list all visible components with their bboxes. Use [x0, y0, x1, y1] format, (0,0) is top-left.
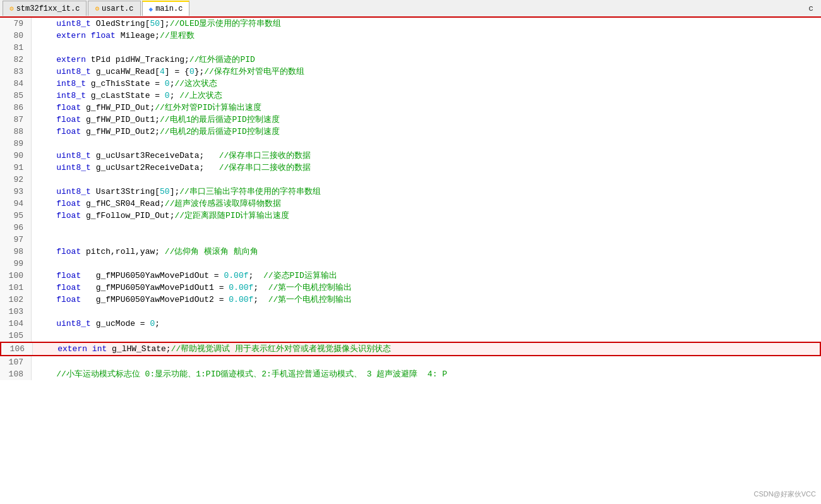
code-line: 101 float g_fMPU6050YawMovePidOut1 = 0.0…	[0, 282, 821, 294]
line-content: uint8_t g_ucUsart2ReceiveData; //保存串口二接收…	[32, 162, 821, 174]
line-number: 80	[0, 30, 32, 42]
line-number: 101	[0, 282, 32, 294]
code-line: 91 uint8_t g_ucUsart2ReceiveData; //保存串口…	[0, 162, 821, 174]
code-line: 98 float pitch,roll,yaw; //俧仰角 横滚角 航向角	[0, 246, 821, 258]
code-line: 95 float g_fFollow_PID_Out;//定距离跟随PID计算输…	[0, 210, 821, 222]
code-line: 100 float g_fMPU6050YawMovePidOut = 0.00…	[0, 270, 821, 282]
code-line: 92	[0, 174, 821, 186]
line-content	[32, 356, 821, 368]
line-content: int8_t g_cThisState = 0;//这次状态	[32, 78, 821, 90]
line-content: float g_fMPU6050YawMovePidOut1 = 0.00f; …	[32, 282, 821, 294]
line-content: float g_fHW_PID_Out;//红外对管PID计算输出速度	[32, 102, 821, 114]
tab-label-main: main.c	[155, 4, 183, 13]
code-line: 108 //小车运动模式标志位 0:显示功能、1:PID循迹模式、2:手机遥控普…	[0, 368, 821, 380]
line-number: 98	[0, 246, 32, 258]
line-number: 95	[0, 210, 32, 222]
tab-usart[interactable]: ⚙ usart.c	[88, 1, 140, 16]
line-content	[32, 138, 821, 150]
line-number: 94	[0, 198, 32, 210]
code-area: 79 uint8_t OledString[50];//OLED显示使用的字符串…	[0, 18, 821, 504]
line-content	[32, 330, 821, 342]
line-number: 85	[0, 90, 32, 102]
line-content: float pitch,roll,yaw; //俧仰角 横滚角 航向角	[32, 246, 821, 258]
line-number: 105	[0, 330, 32, 342]
line-content	[32, 42, 821, 54]
line-number: 88	[0, 126, 32, 138]
line-content: //小车运动模式标志位 0:显示功能、1:PID循迹模式、2:手机遥控普通运动模…	[32, 368, 821, 380]
code-line: 84 int8_t g_cThisState = 0;//这次状态	[0, 78, 821, 90]
line-number: 107	[0, 356, 32, 368]
line-number: 91	[0, 162, 32, 174]
tab-bar: ⚙ stm32f1xx_it.c ⚙ usart.c ◆ main.c c	[0, 0, 821, 18]
code-line: 83 uint8_t g_ucaHW_Read[4] = {0};//保存红外对…	[0, 66, 821, 78]
line-number: 108	[0, 368, 32, 380]
line-content: uint8_t g_ucaHW_Read[4] = {0};//保存红外对管电平…	[32, 66, 821, 78]
code-line: 87 float g_fHW_PID_Out1;//电机1的最后循迹PID控制速…	[0, 114, 821, 126]
tab-icon-usart: ⚙	[95, 4, 99, 13]
line-content: extern float Mileage;//里程数	[32, 30, 821, 42]
line-number: 90	[0, 150, 32, 162]
line-number: 104	[0, 318, 32, 330]
tab-icon-stm32: ⚙	[9, 4, 14, 13]
line-number: 89	[0, 138, 32, 150]
code-line: 97	[0, 234, 821, 246]
code-line: 82 extern tPid pidHW_Tracking;//红外循迹的PID	[0, 54, 821, 66]
line-content: extern int g_lHW_State;//帮助视觉调试 用于表示红外对管…	[33, 343, 820, 355]
line-number: 103	[0, 306, 32, 318]
tab-main[interactable]: ◆ main.c	[142, 1, 190, 16]
code-line: 90 uint8_t g_ucUsart3ReceiveData; //保存串口…	[0, 150, 821, 162]
line-content: float g_fFollow_PID_Out;//定距离跟随PID计算输出速度	[32, 210, 821, 222]
tab-label-stm32: stm32f1xx_it.c	[16, 4, 80, 13]
code-line: 107	[0, 356, 821, 368]
line-content: float g_fHW_PID_Out2;//电机2的最后循迹PID控制速度	[32, 126, 821, 138]
line-number: 93	[0, 186, 32, 198]
code-line: 86 float g_fHW_PID_Out;//红外对管PID计算输出速度	[0, 102, 821, 114]
code-line: 102 float g_fMPU6050YawMovePidOut2 = 0.0…	[0, 294, 821, 306]
watermark: CSDN@好家伙VCC	[753, 489, 816, 499]
line-number: 92	[0, 174, 32, 186]
code-line: 80 extern float Mileage;//里程数	[0, 30, 821, 42]
code-line: 104 uint8_t g_ucMode = 0;	[0, 318, 821, 330]
line-number: 100	[0, 270, 32, 282]
line-number: 82	[0, 54, 32, 66]
line-content	[32, 306, 821, 318]
code-line: 88 float g_fHW_PID_Out2;//电机2的最后循迹PID控制速…	[0, 126, 821, 138]
code-line: 106 extern int g_lHW_State;//帮助视觉调试 用于表示…	[0, 342, 821, 356]
line-content	[32, 234, 821, 246]
line-content: uint8_t g_ucMode = 0;	[32, 318, 821, 330]
line-content	[32, 174, 821, 186]
line-number: 106	[1, 343, 33, 355]
line-content: uint8_t OledString[50];//OLED显示使用的字符串数组	[32, 18, 821, 30]
line-number: 79	[0, 18, 32, 30]
line-content: uint8_t Usart3String[50];//串口三输出字符串使用的字符…	[32, 186, 821, 198]
code-line: 96	[0, 222, 821, 234]
line-content: float g_fMPU6050YawMovePidOut2 = 0.00f; …	[32, 294, 821, 306]
code-line: 103	[0, 306, 821, 318]
line-content: extern tPid pidHW_Tracking;//红外循迹的PID	[32, 54, 821, 66]
line-content: float g_fMPU6050YawMovePidOut = 0.00f; /…	[32, 270, 821, 282]
top-right-label: c	[803, 3, 818, 15]
line-content: int8_t g_cLastState = 0; //上次状态	[32, 90, 821, 102]
line-number: 97	[0, 234, 32, 246]
tab-stm32f1xx[interactable]: ⚙ stm32f1xx_it.c	[3, 1, 87, 16]
code-line: 81	[0, 42, 821, 54]
code-line: 89	[0, 138, 821, 150]
line-number: 96	[0, 222, 32, 234]
line-number: 84	[0, 78, 32, 90]
code-line: 85 int8_t g_cLastState = 0; //上次状态	[0, 90, 821, 102]
tab-label-usart: usart.c	[102, 4, 133, 13]
tab-icon-main: ◆	[149, 5, 153, 13]
line-content	[32, 258, 821, 270]
line-content: float g_fHW_PID_Out1;//电机1的最后循迹PID控制速度	[32, 114, 821, 126]
line-content: float g_fHC_SR04_Read;//超声波传感器读取障碍物数据	[32, 198, 821, 210]
line-number: 87	[0, 114, 32, 126]
code-line: 79 uint8_t OledString[50];//OLED显示使用的字符串…	[0, 18, 821, 30]
line-number: 86	[0, 102, 32, 114]
code-line: 94 float g_fHC_SR04_Read;//超声波传感器读取障碍物数据	[0, 198, 821, 210]
code-line: 99	[0, 258, 821, 270]
line-content: uint8_t g_ucUsart3ReceiveData; //保存串口三接收…	[32, 150, 821, 162]
line-content	[32, 222, 821, 234]
line-number: 83	[0, 66, 32, 78]
line-number: 81	[0, 42, 32, 54]
line-number: 102	[0, 294, 32, 306]
